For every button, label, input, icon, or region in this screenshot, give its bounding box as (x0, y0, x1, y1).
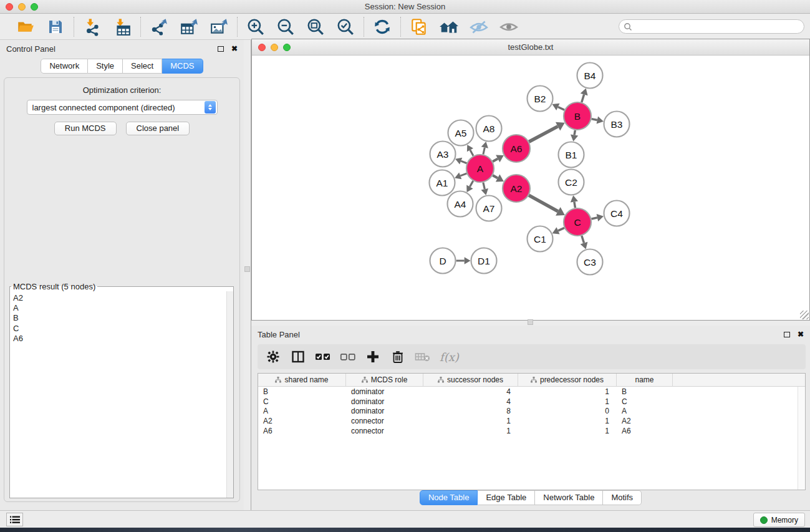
show-all-button[interactable] (499, 17, 519, 37)
column-header-MCDS-role[interactable]: MCDS role (346, 374, 423, 386)
table-cell[interactable]: A (258, 406, 346, 416)
tab-node-table[interactable]: Node Table (420, 490, 478, 505)
table-cell[interactable]: 1 (518, 426, 617, 436)
graph-node-C1[interactable]: C1 (528, 226, 553, 252)
edge-A-A8[interactable] (483, 148, 485, 155)
mcds-result-item[interactable]: A6 (13, 334, 226, 344)
edge-A-A6[interactable] (493, 158, 498, 162)
memory-button[interactable]: Memory (753, 513, 805, 527)
column-header-name[interactable]: name (617, 374, 673, 386)
edge-A-A7[interactable] (483, 182, 485, 189)
save-session-button[interactable] (46, 17, 65, 37)
import-table-button[interactable] (112, 17, 132, 37)
export-network-button[interactable] (149, 17, 169, 37)
import-network-button[interactable] (82, 17, 102, 37)
edge-C-C2[interactable] (574, 201, 576, 208)
hide-selected-button[interactable] (469, 17, 489, 37)
table-cell[interactable]: A6 (258, 426, 346, 436)
edge-C-C4[interactable] (591, 218, 597, 219)
export-image-button[interactable] (209, 17, 229, 37)
show-columns-button[interactable] (290, 349, 306, 365)
add-column-button[interactable] (365, 349, 381, 365)
edge-B-B4[interactable] (582, 94, 584, 102)
table-cell[interactable]: 0 (518, 406, 617, 416)
close-window-button[interactable] (6, 3, 13, 11)
tab-network-table[interactable]: Network Table (535, 490, 603, 505)
graph-node-A2[interactable]: A2 (503, 175, 530, 202)
delete-table-button[interactable] (415, 349, 431, 365)
graph-node-D[interactable]: D (430, 248, 456, 274)
minimize-network-window-button[interactable] (271, 44, 278, 51)
table-cell[interactable]: B (617, 387, 673, 397)
export-table-button[interactable] (179, 17, 199, 37)
first-neighbors-button[interactable] (439, 17, 459, 37)
graph-node-A4[interactable]: A4 (448, 191, 473, 217)
table-cell[interactable]: dominator (346, 397, 423, 407)
table-cell[interactable]: C (617, 397, 673, 407)
edge-C-C1[interactable] (558, 228, 564, 230)
graph-node-A1[interactable]: A1 (430, 170, 455, 196)
close-panel-icon[interactable]: ✖ (231, 44, 238, 53)
table-cell[interactable]: A (617, 406, 673, 416)
select-all-button[interactable] (315, 349, 331, 365)
table-cell[interactable]: connector (346, 426, 423, 436)
table-cell[interactable]: A6 (617, 426, 673, 436)
graph-node-C2[interactable]: C2 (559, 170, 584, 195)
column-header-successor-nodes[interactable]: successor nodes (423, 374, 518, 386)
mcds-result-item[interactable]: A (13, 303, 226, 313)
table-row[interactable]: A6connector11A6 (258, 426, 805, 436)
edge-A6-B[interactable] (529, 127, 557, 142)
window-resize-grip[interactable] (800, 311, 809, 319)
table-row[interactable]: Adominator80A (258, 406, 805, 416)
result-scrollbar[interactable] (226, 291, 233, 498)
table-cell[interactable]: C (258, 397, 346, 407)
close-network-window-button[interactable] (258, 44, 266, 51)
table-row[interactable]: Bdominator41B (258, 387, 805, 397)
graph-node-B[interactable]: B (564, 102, 591, 130)
close-table-panel-icon[interactable]: ✖ (798, 330, 804, 339)
minimize-window-button[interactable] (18, 3, 26, 11)
delete-column-button[interactable] (390, 349, 406, 365)
graph-node-B2[interactable]: B2 (528, 86, 553, 112)
graph-node-C4[interactable]: C4 (604, 201, 630, 226)
graph-node-C[interactable]: C (564, 208, 591, 236)
table-cell[interactable]: A2 (617, 416, 673, 426)
zoom-out-button[interactable] (276, 17, 296, 37)
table-cell[interactable]: B (258, 387, 346, 397)
graph-node-B1[interactable]: B1 (559, 142, 584, 168)
edge-A-A4[interactable] (470, 181, 473, 186)
table-cell[interactable]: 1 (423, 416, 518, 426)
zoom-selected-button[interactable] (335, 17, 355, 37)
graph-node-A7[interactable]: A7 (476, 196, 502, 221)
table-cell[interactable]: 8 (423, 406, 518, 416)
criterion-dropdown[interactable]: largest connected component (directed) (27, 100, 218, 115)
edge-C-C3[interactable] (582, 236, 584, 243)
table-cell[interactable]: 1 (518, 416, 617, 426)
graph-node-A[interactable]: A (466, 155, 494, 182)
graph-node-A8[interactable]: A8 (476, 116, 502, 142)
graph-node-B4[interactable]: B4 (577, 63, 603, 89)
zoom-network-window-button[interactable] (283, 44, 291, 51)
tab-network[interactable]: Network (41, 59, 88, 74)
splitter-grip[interactable] (528, 319, 533, 325)
zoom-in-button[interactable] (246, 17, 266, 37)
edge-B-B2[interactable] (558, 107, 564, 110)
graph-node-D1[interactable]: D1 (471, 248, 497, 274)
function-builder-button[interactable]: f(x) (440, 349, 459, 365)
tab-edge-table[interactable]: Edge Table (478, 490, 535, 505)
table-cell[interactable]: A2 (258, 416, 346, 426)
table-cell[interactable]: dominator (346, 387, 423, 397)
graph-node-A5[interactable]: A5 (448, 120, 474, 146)
edge-A-A3[interactable] (461, 161, 466, 163)
search-input[interactable] (632, 21, 804, 32)
new-network-from-selection-button[interactable] (409, 17, 429, 37)
table-row[interactable]: A2connector11A2 (258, 416, 805, 426)
table-row[interactable]: Cdominator41C (258, 397, 805, 407)
refresh-button[interactable] (372, 17, 392, 37)
splitter-grip[interactable] (244, 266, 250, 272)
edge-A2-C[interactable] (529, 195, 558, 211)
tab-select[interactable]: Select (123, 59, 162, 74)
network-graph[interactable]: B4B2BB3B1A5A8A6A3AA1A2C2A4A7C4CC1C3DD1 (252, 56, 809, 320)
column-header-predecessor-nodes[interactable]: predecessor nodes (518, 374, 617, 386)
edge-B-B3[interactable] (592, 119, 597, 120)
